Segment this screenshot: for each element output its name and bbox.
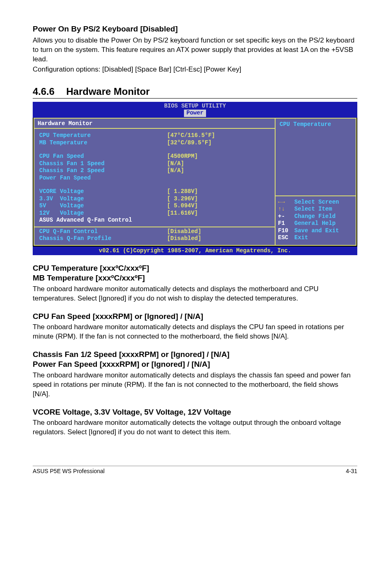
key-row: ↑↓Select Item: [278, 206, 353, 213]
setting-options: Configuration options: [Disabled] [Space…: [33, 65, 357, 74]
page-content: Power On By PS/2 Keyboard [Disabled] All…: [0, 0, 390, 487]
key-row: F10Save and Exit: [278, 227, 353, 235]
bios-field-row[interactable]: Chassis Fan 2 Speed[N/A]: [39, 167, 271, 175]
bios-screenshot: BIOS SETUP UTILITY Power Hardware Monito…: [33, 102, 357, 256]
bios-title: BIOS SETUP UTILITY: [33, 102, 357, 110]
bios-field-row[interactable]: 12V Voltage[11.616V]: [39, 210, 271, 217]
footer-right: 4-31: [346, 468, 357, 474]
paragraph: The onboard hardware monitor automatical…: [33, 371, 357, 399]
arrow-lr-icon: ←→: [278, 199, 294, 206]
setting-heading: Power On By PS/2 Keyboard [Disabled]: [33, 25, 357, 34]
subheading: MB Temperature [xxxºC/xxxºF]: [33, 273, 357, 283]
key-row: +-Change Field: [278, 213, 353, 220]
section-heading: 4.6.6Hardware Monitor: [33, 86, 357, 99]
key-row: ESCExit: [278, 234, 353, 242]
paragraph: The onboard hardware monitor automatical…: [33, 418, 357, 437]
page-footer: ASUS P5E WS Professional 4-31: [33, 466, 357, 474]
bios-right-panel: CPU Temperature ←→Select Screen ↑↓Select…: [275, 118, 356, 246]
footer-left: ASUS P5E WS Professional: [33, 468, 105, 474]
bios-left-panel: Hardware Monitor CPU Temperature[47°C/11…: [34, 118, 275, 246]
bios-active-tab[interactable]: Power: [184, 110, 206, 117]
bios-help-title: CPU Temperature: [276, 119, 356, 195]
subheading: Chassis Fan 1/2 Speed [xxxxRPM] or [Igno…: [33, 350, 357, 359]
bios-field-row[interactable]: CPU Q-Fan Control[Disabled]: [39, 228, 271, 236]
bios-key-legend: ←→Select Screen ↑↓Select Item +-Change F…: [276, 195, 356, 245]
subheading: CPU Temperature [xxxºC/xxxºF]: [33, 263, 357, 273]
paragraph: The onboard hardware monitor automatical…: [33, 285, 357, 303]
subheading: VCORE Voltage, 3.3V Voltage, 5V Voltage,…: [33, 407, 357, 417]
bios-field-row[interactable]: Chassis Q-Fan Profile[Disabled]: [39, 235, 271, 242]
bios-field-row[interactable]: 5V Voltage[ 5.094V]: [39, 202, 271, 210]
bios-group-qfan: CPU Q-Fan Control[Disabled] Chassis Q-Fa…: [34, 227, 275, 245]
key-row: F1General Help: [278, 220, 353, 227]
key-row: ←→Select Screen: [278, 199, 353, 206]
bios-field-row[interactable]: CPU Fan Speed[4500RPM]: [39, 153, 271, 160]
bios-group-temperatures: CPU Temperature[47°C/116.5°F] MB Tempera…: [34, 129, 275, 227]
section-number: 4.6.6: [33, 86, 66, 97]
section-title: Hardware Monitor: [66, 86, 150, 97]
arrow-ud-icon: ↑↓: [278, 206, 294, 213]
subheading: Power Fan Speed [xxxxRPM] or [Ignored] /…: [33, 359, 357, 369]
bios-footer: v02.61 (C)Copyright 1985-2007, American …: [33, 247, 357, 256]
setting-description: Allows you to disable the Power On by PS…: [33, 36, 357, 64]
bios-body: Hardware Monitor CPU Temperature[47°C/11…: [33, 118, 357, 247]
paragraph: The onboard hardware monitor automatical…: [33, 323, 357, 341]
bios-submenu-row[interactable]: ASUS Advanced Q-Fan Control: [39, 217, 271, 224]
bios-field-row[interactable]: 3.3V Voltage[ 3.296V]: [39, 195, 271, 203]
subheading: CPU Fan Speed [xxxxRPM] or [Ignored] / […: [33, 312, 357, 321]
bios-field-row[interactable]: VCORE Voltage[ 1.288V]: [39, 188, 271, 195]
bios-panel-title: Hardware Monitor: [34, 119, 275, 129]
bios-field-row[interactable]: Power Fan Speed: [39, 175, 271, 182]
bios-field-row[interactable]: MB Temperature[32°C/89.5°F]: [39, 139, 271, 147]
bios-field-row[interactable]: Chassis Fan 1 Speed[N/A]: [39, 160, 271, 168]
bios-tab-row: Power: [33, 110, 357, 118]
bios-field-row[interactable]: CPU Temperature[47°C/116.5°F]: [39, 132, 271, 139]
